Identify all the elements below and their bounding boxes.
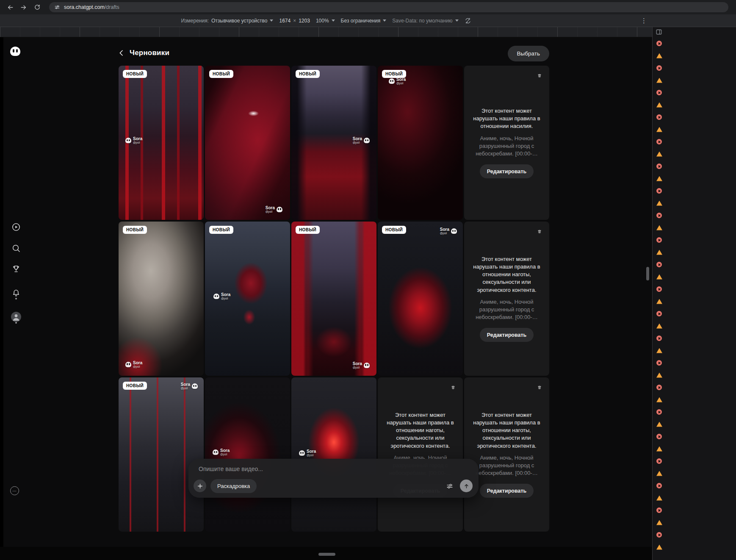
sidebar-item-notifications[interactable] [11,288,21,298]
more-options-button[interactable]: … [10,486,19,495]
warning-row[interactable] [656,200,736,206]
sidebar-item-search[interactable] [11,243,21,253]
draft-video-tile[interactable]: НОВЫЙ Sora@psil [291,66,376,220]
warning-row[interactable] [656,176,736,181]
devtools-issues-panel [652,27,736,560]
warning-row[interactable] [656,127,736,132]
warning-row[interactable] [656,397,736,402]
warning-row[interactable] [656,274,736,280]
sora-logo[interactable] [10,47,20,56]
submit-prompt-button[interactable] [460,480,473,492]
warning-row[interactable] [656,225,736,230]
warning-row[interactable] [656,495,736,501]
draft-video-tile[interactable]: НОВЫЙ Sora@psil [291,222,376,376]
error-row[interactable] [656,139,736,144]
error-row[interactable] [656,188,736,194]
draft-video-tile[interactable]: НОВЫЙ Sora@psil [119,222,204,376]
warning-row[interactable] [656,250,736,255]
video-prompt-composer[interactable]: Опишите ваше видео... Раскадровка [188,459,479,498]
error-row[interactable] [656,237,736,243]
warning-row[interactable] [656,446,736,452]
error-row[interactable] [656,360,736,366]
viewport-resize-handle-right[interactable] [646,267,649,280]
new-badge: НОВЫЙ [209,226,233,234]
error-row[interactable] [656,286,736,292]
warning-row[interactable] [656,299,736,304]
draft-video-tile[interactable]: НОВЫЙ Sora@psil [119,66,204,220]
error-row[interactable] [656,532,736,538]
warning-icon [656,471,662,476]
warning-icon [656,225,662,230]
draft-video-tile[interactable]: НОВЫЙ Sora@psil [378,66,463,220]
address-bar[interactable]: sora.chatgpt.com/drafts [49,2,728,12]
delete-draft-button[interactable] [448,383,458,392]
edit-button[interactable]: Редактировать [480,164,534,178]
error-row[interactable] [656,41,736,46]
rotate-viewport-button[interactable] [465,17,471,24]
back-to-library-button[interactable] [118,49,125,57]
error-row[interactable] [656,507,736,513]
warning-icon [656,324,662,329]
warning-icon [656,127,662,132]
draft-video-tile[interactable]: НОВЫЙ Sora@psil [205,222,290,376]
error-row[interactable] [656,385,736,390]
error-row[interactable] [656,434,736,439]
draft-video-tile[interactable]: НОВЫЙ Sora@psil [119,377,204,532]
throttling-select[interactable]: Без ограничения [341,18,387,24]
save-data-select[interactable]: Save-Data: по умолчанию [392,18,458,24]
delete-draft-button[interactable] [535,71,544,80]
error-row[interactable] [656,262,736,267]
generation-settings-button[interactable] [444,480,456,492]
warning-row[interactable] [656,78,736,83]
error-row[interactable] [656,114,736,120]
error-row[interactable] [656,335,736,341]
viewport-height-input[interactable]: 1203 [299,18,310,24]
draft-video-tile[interactable]: Sora@psil [291,377,376,532]
warning-row[interactable] [656,372,736,378]
warning-row[interactable] [656,151,736,157]
reload-button[interactable] [31,1,43,13]
warning-row[interactable] [656,471,736,476]
warning-row[interactable] [656,53,736,58]
warning-row[interactable] [656,348,736,353]
prompt-input[interactable]: Опишите ваше видео... [199,466,263,472]
select-button[interactable]: Выбрать [508,46,549,61]
error-row[interactable] [656,458,736,464]
zoom-select[interactable]: 100% [316,18,335,24]
device-type-select[interactable]: Измерения: Отзывчивое устройство [181,18,273,24]
error-row[interactable] [656,65,736,71]
error-row[interactable] [656,311,736,316]
draft-video-tile[interactable]: НОВЫЙ Sora@psil [378,222,463,376]
devtools-options-menu-button[interactable]: ⋮ [638,14,650,27]
error-row[interactable] [656,90,736,95]
sidebar-item-profile[interactable] [11,312,21,322]
error-row[interactable] [656,164,736,169]
add-attachment-button[interactable] [194,480,206,492]
sora-ghost-icon [213,449,219,455]
delete-draft-button[interactable] [535,383,544,392]
viewport-width-input[interactable]: 1674 [279,18,291,24]
edit-button[interactable]: Редактировать [480,328,534,342]
sora-ghost-icon [364,138,370,143]
forward-button[interactable] [18,1,30,13]
edit-button[interactable]: Редактировать [480,484,534,498]
warning-row[interactable] [656,421,736,427]
dock-side-icon[interactable] [656,29,662,35]
warning-row[interactable] [656,520,736,525]
error-row[interactable] [656,213,736,218]
warning-row[interactable] [656,323,736,329]
sidebar-item-videos[interactable] [11,222,21,232]
error-row[interactable] [656,483,736,488]
browser-toolbar: sora.chatgpt.com/drafts [0,0,736,14]
sidebar-item-top[interactable] [11,264,21,274]
error-row[interactable] [656,409,736,415]
back-button[interactable] [4,1,16,13]
storyboard-button[interactable]: Раскадровка [210,479,257,493]
delete-draft-button[interactable] [535,227,544,236]
warning-row[interactable] [656,102,736,108]
warning-row[interactable] [656,544,736,550]
draft-video-tile[interactable]: НОВЫЙ Sora@psil [205,66,290,220]
draft-video-tile[interactable]: Sora@psil [205,377,290,532]
moderation-blocked-tile: Этот контент может нарушать наши правила… [378,377,463,532]
viewport-resize-handle-bottom[interactable] [318,553,335,556]
